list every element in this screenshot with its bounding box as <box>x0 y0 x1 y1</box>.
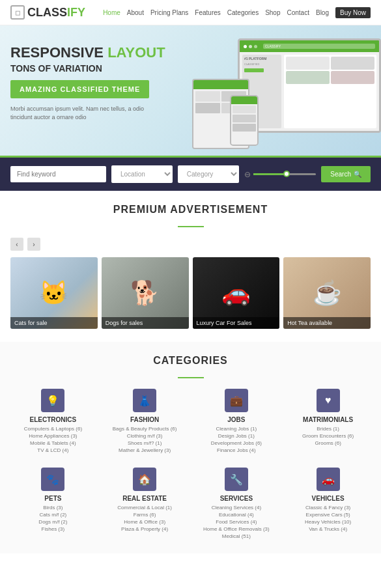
list-item[interactable]: Home Appliances (3) <box>24 433 82 439</box>
list-item[interactable]: Finance Jobs (4) <box>211 447 262 453</box>
list-item[interactable]: Cleaning Jobs (1) <box>211 426 262 432</box>
list-item[interactable]: Shoes m/f? (1) <box>113 440 177 446</box>
nav-shop[interactable]: Shop <box>265 9 280 16</box>
list-item[interactable]: Mather & Jewellery (3) <box>113 447 177 453</box>
ad-card-dogs[interactable]: 🐕 Dogs for sales <box>102 257 189 329</box>
pets-links: Birds (3) Cats m/f (2) Dogs m/f (2) Fish… <box>38 505 67 533</box>
list-item[interactable]: Birds (3) <box>38 505 67 511</box>
logo-icon: ◻ <box>10 5 25 20</box>
list-item[interactable]: TV & LCD (4) <box>24 447 82 453</box>
nav-home[interactable]: Home <box>103 9 120 16</box>
list-item[interactable]: Fishes (3) <box>38 526 67 532</box>
real-estate-icon[interactable]: 🏠 <box>133 468 156 491</box>
pets-name: PETS <box>44 495 61 502</box>
list-item[interactable]: Cats m/f (2) <box>38 512 67 518</box>
list-item[interactable]: Home & Office Removals (3) <box>203 526 270 532</box>
category-pets: 🐾 PETS Birds (3) Cats m/f (2) Dogs m/f (… <box>10 468 96 540</box>
list-item[interactable]: Classic & Fancy (3) <box>305 505 351 511</box>
list-item[interactable]: Design Jobs (1) <box>211 433 262 439</box>
ad-label-dogs: Dogs for sales <box>102 317 189 329</box>
category-real-estate: 🏠 REAL ESTATE Commercial & Local (1) Far… <box>102 468 188 540</box>
range-track[interactable] <box>253 173 317 175</box>
list-item[interactable]: Cleaning Services (4) <box>203 505 270 511</box>
ad-card-cats[interactable]: 🐱 Cats for sale <box>10 257 98 329</box>
matrimonials-links: Brides (1) Groom Encounters (6) Grooms (… <box>302 426 354 447</box>
list-item[interactable]: Home & Office (3) <box>117 519 172 525</box>
electronics-links: Computers & Laptops (6) Home Appliances … <box>24 426 82 455</box>
ad-card-tea[interactable]: ☕ Hot Tea available <box>283 257 371 329</box>
hero-headline: RESPONSIVE LAYOUT <box>10 45 180 61</box>
premium-divider <box>178 226 204 227</box>
ad-card-car[interactable]: 🚗 Luxury Car For Sales <box>193 257 280 329</box>
list-item[interactable]: Expensive Cars (5) <box>305 512 351 518</box>
list-item[interactable]: Educational (4) <box>203 512 270 518</box>
categories-title: CATEGORIES <box>10 355 371 367</box>
desktop-mockup: CLASSIFY #1 PLATFORM CLASSIFIED <box>238 38 381 133</box>
search-button[interactable]: Search 🔍 <box>321 166 371 182</box>
list-item[interactable]: Groom Encounters (6) <box>302 433 354 439</box>
list-item[interactable]: Dogs m/f (2) <box>38 519 67 525</box>
nav-categories[interactable]: Categories <box>227 9 259 16</box>
list-item[interactable]: Food Services (4) <box>203 519 270 525</box>
nav-buy-now[interactable]: Buy Now <box>335 7 371 18</box>
list-item[interactable]: Grooms (6) <box>302 440 354 446</box>
carousel-controls: ‹ › <box>10 238 371 251</box>
fashion-icon[interactable]: 👗 <box>133 389 156 412</box>
nav-features[interactable]: Features <box>195 9 220 16</box>
list-item[interactable]: Mobile & Tablets (4) <box>24 440 82 446</box>
search-keyword-input[interactable] <box>10 166 106 182</box>
category-vehicles: 🚗 VEHICLES Classic & Fancy (3) Expensive… <box>285 468 371 540</box>
services-icon[interactable]: 🔧 <box>225 468 248 491</box>
list-item[interactable]: Medical (51) <box>203 533 270 539</box>
ad-label-cats: Cats for sale <box>10 317 98 329</box>
hero-devices: CLASSIFY #1 PLATFORM CLASSIFIED <box>192 32 381 149</box>
search-location-select[interactable]: Location <box>111 165 173 183</box>
list-item[interactable]: Van & Trucks (4) <box>305 526 351 532</box>
list-item[interactable]: Brides (1) <box>302 426 354 432</box>
list-item[interactable]: Plaza & Property (4) <box>117 526 172 532</box>
services-links: Cleaning Services (4) Educational (4) Fo… <box>203 505 270 540</box>
nav-pricing[interactable]: Pricing Plans <box>150 9 188 16</box>
ad-label-tea: Hot Tea available <box>283 317 371 329</box>
pets-icon[interactable]: 🐾 <box>41 468 64 491</box>
ad-grid: 🐱 Cats for sale 🐕 Dogs for sales 🚗 Luxur… <box>10 257 371 329</box>
list-item[interactable]: Farms (6) <box>117 512 172 518</box>
carousel-prev-button[interactable]: ‹ <box>10 238 23 251</box>
list-item[interactable]: Commercial & Local (1) <box>117 505 172 511</box>
jobs-name: JOBS <box>227 416 245 423</box>
category-matrimonials: ♥ MATRIMONIALS Brides (1) Groom Encounte… <box>285 389 371 455</box>
categories-section: CATEGORIES 💡 ELECTRONICS Computers & Lap… <box>0 342 381 553</box>
search-bar: Location Category ⊖ Search 🔍 <box>0 158 381 191</box>
search-icon: 🔍 <box>354 171 361 178</box>
electronics-icon[interactable]: 💡 <box>41 389 64 412</box>
matrimonials-name: MATRIMONIALS <box>303 416 353 423</box>
search-category-select[interactable]: Category <box>178 165 239 183</box>
jobs-icon[interactable]: 💼 <box>225 389 248 412</box>
jobs-links: Cleaning Jobs (1) Design Jobs (1) Develo… <box>211 426 262 455</box>
real-estate-links: Commercial & Local (1) Farms (6) Home & … <box>117 505 172 533</box>
logo[interactable]: ◻ CLASSIFY <box>10 5 85 20</box>
list-item[interactable]: Development Jobs (6) <box>211 440 262 446</box>
carousel-next-button[interactable]: › <box>27 238 40 251</box>
hero-cta-button[interactable]: AMAZING CLASSIFIED THEME <box>10 80 149 98</box>
header: ◻ CLASSIFY Home About Pricing Plans Feat… <box>0 0 381 25</box>
category-jobs: 💼 JOBS Cleaning Jobs (1) Design Jobs (1)… <box>194 389 279 455</box>
vehicles-icon[interactable]: 🚗 <box>317 468 340 491</box>
search-button-label: Search <box>330 171 351 178</box>
category-services: 🔧 SERVICES Cleaning Services (4) Educati… <box>194 468 279 540</box>
range-thumb[interactable] <box>283 171 290 177</box>
nav-contact[interactable]: Contact <box>287 9 309 16</box>
list-item[interactable]: Heavy Vehicles (10) <box>305 519 351 525</box>
list-item[interactable]: Clothing m/f (3) <box>113 433 177 439</box>
hero-text: RESPONSIVE LAYOUT TONS OF VARIATION AMAZ… <box>10 45 180 121</box>
main-nav: Home About Pricing Plans Features Catego… <box>103 7 371 18</box>
electronics-name: ELECTRONICS <box>30 416 77 423</box>
list-item[interactable]: Bags & Beauty Products (6) <box>113 426 177 432</box>
range-fill <box>253 173 285 175</box>
matrimonials-icon[interactable]: ♥ <box>317 389 340 412</box>
nav-about[interactable]: About <box>127 9 144 16</box>
hero-subheadline: TONS OF VARIATION <box>10 63 180 74</box>
price-range-slider[interactable]: ⊖ <box>244 170 317 179</box>
list-item[interactable]: Computers & Laptops (6) <box>24 426 82 432</box>
nav-blog[interactable]: Blog <box>316 9 329 16</box>
